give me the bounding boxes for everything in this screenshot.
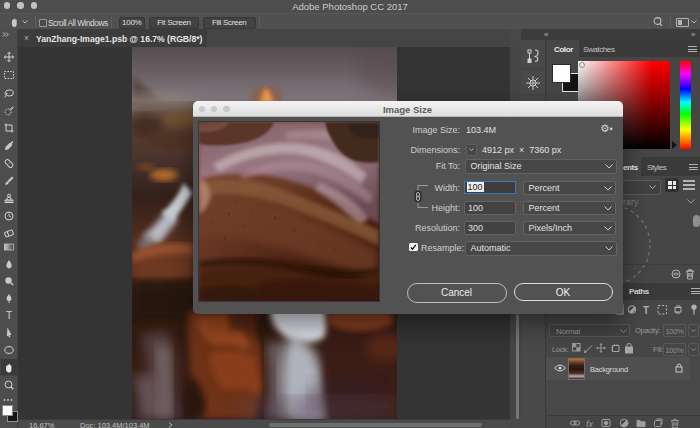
svg-text:T: T <box>643 305 649 316</box>
svg-text:T: T <box>6 309 13 321</box>
svg-text:fx: fx <box>586 418 594 428</box>
